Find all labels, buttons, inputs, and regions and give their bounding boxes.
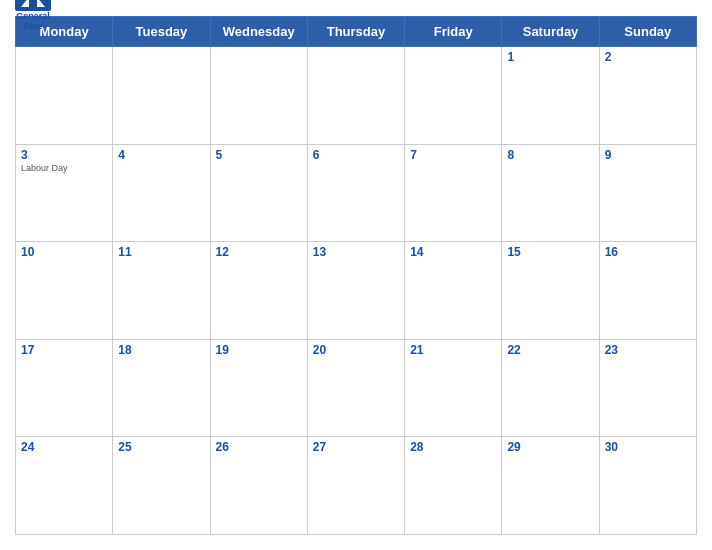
day-number: 16: [605, 245, 691, 259]
day-number: 14: [410, 245, 496, 259]
calendar-cell: 23: [599, 339, 696, 437]
day-number: 2: [605, 50, 691, 64]
calendar-cell: [307, 47, 404, 145]
calendar-week-4: 17181920212223: [16, 339, 697, 437]
calendar-week-2: 3Labour Day456789: [16, 144, 697, 242]
calendar-cell: 15: [502, 242, 599, 340]
holiday-label: Labour Day: [21, 163, 107, 173]
calendar-cell: 21: [405, 339, 502, 437]
calendar-cell: 28: [405, 437, 502, 535]
weekday-header-friday: Friday: [405, 17, 502, 47]
day-number: 21: [410, 343, 496, 357]
day-number: 19: [216, 343, 302, 357]
calendar-cell: 30: [599, 437, 696, 535]
day-number: 23: [605, 343, 691, 357]
day-number: 18: [118, 343, 204, 357]
calendar-cell: 19: [210, 339, 307, 437]
logo: General Blue: [15, 0, 51, 31]
calendar-cell: 4: [113, 144, 210, 242]
calendar-cell: 7: [405, 144, 502, 242]
day-number: 10: [21, 245, 107, 259]
day-number: 17: [21, 343, 107, 357]
day-number: 26: [216, 440, 302, 454]
calendar-cell: 29: [502, 437, 599, 535]
calendar-cell: 10: [16, 242, 113, 340]
calendar-cell: [113, 47, 210, 145]
day-number: 20: [313, 343, 399, 357]
day-number: 9: [605, 148, 691, 162]
calendar-cell: 2: [599, 47, 696, 145]
calendar-cell: 1: [502, 47, 599, 145]
calendar-cell: 8: [502, 144, 599, 242]
calendar-cell: 5: [210, 144, 307, 242]
weekday-header-saturday: Saturday: [502, 17, 599, 47]
day-number: 29: [507, 440, 593, 454]
day-number: 11: [118, 245, 204, 259]
day-number: 30: [605, 440, 691, 454]
calendar-cell: [210, 47, 307, 145]
calendar-cell: 18: [113, 339, 210, 437]
calendar-cell: 22: [502, 339, 599, 437]
day-number: 15: [507, 245, 593, 259]
day-number: 1: [507, 50, 593, 64]
calendar-cell: 6: [307, 144, 404, 242]
calendar-cell: 13: [307, 242, 404, 340]
calendar-cell: 12: [210, 242, 307, 340]
weekday-header-wednesday: Wednesday: [210, 17, 307, 47]
calendar-cell: 16: [599, 242, 696, 340]
day-number: 12: [216, 245, 302, 259]
day-number: 24: [21, 440, 107, 454]
calendar-cell: 20: [307, 339, 404, 437]
calendar-week-5: 24252627282930: [16, 437, 697, 535]
calendar-cell: 14: [405, 242, 502, 340]
day-number: 3: [21, 148, 107, 162]
calendar-cell: 24: [16, 437, 113, 535]
day-number: 22: [507, 343, 593, 357]
calendar-week-3: 10111213141516: [16, 242, 697, 340]
calendar-cell: 26: [210, 437, 307, 535]
calendar-cell: 11: [113, 242, 210, 340]
day-number: 8: [507, 148, 593, 162]
calendar-cell: 9: [599, 144, 696, 242]
day-number: 27: [313, 440, 399, 454]
calendar-cell: 25: [113, 437, 210, 535]
weekday-header-sunday: Sunday: [599, 17, 696, 47]
svg-rect-2: [29, 0, 37, 7]
calendar-cell: 3Labour Day: [16, 144, 113, 242]
logo-blue-text: Blue: [23, 22, 43, 32]
weekday-header-row: MondayTuesdayWednesdayThursdayFridaySatu…: [16, 17, 697, 47]
calendar-cell: [16, 47, 113, 145]
calendar-cell: 27: [307, 437, 404, 535]
weekday-header-tuesday: Tuesday: [113, 17, 210, 47]
calendar-cell: 17: [16, 339, 113, 437]
calendar-cell: [405, 47, 502, 145]
day-number: 7: [410, 148, 496, 162]
day-number: 4: [118, 148, 204, 162]
weekday-header-thursday: Thursday: [307, 17, 404, 47]
day-number: 28: [410, 440, 496, 454]
day-number: 6: [313, 148, 399, 162]
day-number: 5: [216, 148, 302, 162]
calendar-table: MondayTuesdayWednesdayThursdayFridaySatu…: [15, 16, 697, 535]
day-number: 25: [118, 440, 204, 454]
calendar-week-1: 12: [16, 47, 697, 145]
day-number: 13: [313, 245, 399, 259]
